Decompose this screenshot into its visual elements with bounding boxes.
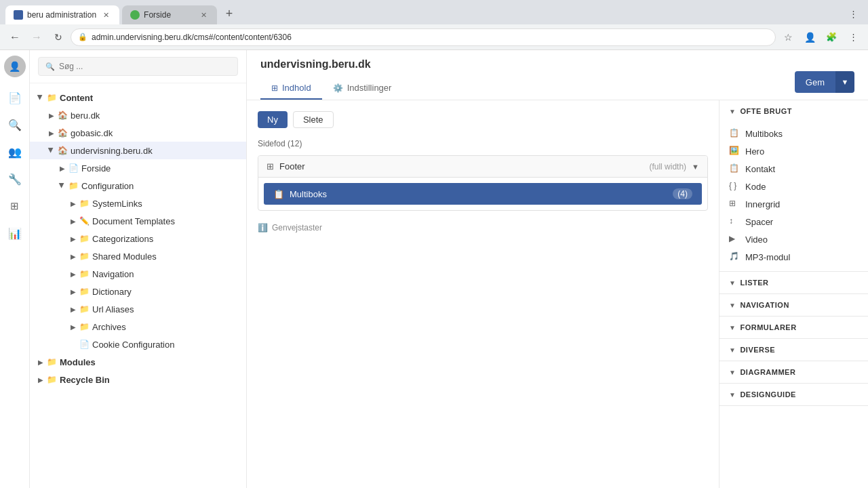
panel-item-kontakt[interactable]: 📋 Kontakt [719, 160, 868, 178]
page-title: undervisning.beru.dk [260, 58, 402, 70]
image-icon-hero: 🖼️ [729, 146, 740, 157]
sidefod-label: Sidefod (12) [258, 139, 708, 148]
tab-content-label: Indhold [282, 83, 311, 93]
footer-header[interactable]: ⊞ Footer (full width) ▼ [258, 156, 707, 178]
tabs: ⊞ Indhold ⚙️ Indstillinger [260, 77, 402, 100]
page-header-right: Gem ▼ [795, 71, 854, 93]
extensions-icon[interactable]: 🧩 [822, 28, 841, 47]
sidebar-nav-content[interactable]: 📄 [3, 85, 27, 110]
sidebar-nav-users[interactable]: 👥 [3, 140, 27, 164]
gem-button[interactable]: Gem [795, 71, 835, 93]
chevron-cookieconfig-spacer [68, 339, 79, 350]
panel-label-diverse: DIVERSE [740, 346, 775, 354]
panel-item-innergrid[interactable]: ⊞ Innergrid [719, 195, 868, 213]
forward-btn[interactable]: → [27, 28, 46, 47]
panel-item-kode[interactable]: { } Kode [719, 178, 868, 195]
avatar[interactable]: 👤 [4, 56, 26, 77]
panel-section-header-ofte-brugt[interactable]: ▼ OFTE BRUGT [719, 100, 868, 122]
folder-icon-urlaliases: 📁 [79, 304, 90, 314]
sidebar-nav-tools[interactable]: 🔧 [3, 167, 27, 191]
chrome-menu-icon[interactable]: ⋮ [844, 4, 863, 23]
panel-item-video[interactable]: ▶ Video [719, 230, 868, 248]
doc-icon-kontakt: 📋 [729, 163, 740, 174]
footer-chevron-icon: ▼ [692, 163, 699, 171]
tree-item-recycle[interactable]: ▶ 📁 Recycle Bin [30, 371, 246, 388]
panel-section-header-lister[interactable]: ▼ LISTER [719, 272, 868, 293]
multiboks-block[interactable]: 📋 Multiboks (4) [264, 183, 702, 205]
tree-item-content[interactable]: ▶ 📁 Content [30, 89, 246, 106]
slet-button[interactable]: Slete [293, 111, 334, 128]
gem-dropdown-btn[interactable]: ▼ [835, 71, 854, 93]
folder-icon-configuration: 📁 [68, 180, 79, 191]
chevron-beru: ▶ [46, 110, 57, 121]
panel-item-multiboks[interactable]: 📋 Multiboks [719, 125, 868, 142]
url-bar[interactable]: 🔒 admin.undervisning.beru.dk/cms#/conten… [71, 28, 776, 46]
bookmark-icon[interactable]: ☆ [778, 28, 797, 47]
tree-item-gobasic[interactable]: ▶ 🏠 gobasic.dk [30, 124, 246, 142]
refresh-btn[interactable]: ↻ [49, 28, 68, 47]
sidebar-nav-analytics[interactable]: 📊 [3, 221, 27, 245]
chevron-diagrammer-icon: ▼ [729, 369, 736, 376]
panel-section-header-designguide[interactable]: ▼ DESIGNGUIDE [719, 384, 868, 405]
tab-settings[interactable]: ⚙️ Indstillinger [322, 77, 403, 100]
genvejstaster-label: Genvejstaster [272, 223, 322, 232]
search-bar[interactable]: 🔍 [38, 57, 238, 76]
tab-close-2[interactable]: ✕ [198, 9, 209, 20]
sidebar-nav-search[interactable]: 🔍 [3, 113, 27, 137]
panel-section-header-navigation[interactable]: ▼ NAVIGATION [719, 294, 868, 316]
tree-item-urlaliases[interactable]: ▶ 📁 Url Aliases [30, 300, 246, 318]
tree-item-navigation[interactable]: ▶ 📁 Navigation [30, 265, 246, 283]
tree-item-forside[interactable]: ▶ 📄 Forside [30, 159, 246, 177]
tab-close-1[interactable]: ✕ [100, 9, 111, 20]
tab-content-icon: ⊞ [271, 83, 278, 93]
tree-item-undervisning[interactable]: ▶ 🏠 undervisning.beru.dk [30, 142, 246, 159]
folder-icon-categorizations: 📁 [79, 233, 90, 244]
tree-item-sharedmodules[interactable]: ▶ 📁 Shared Modules [30, 247, 246, 265]
chevron-categorizations: ▶ [68, 233, 79, 244]
tab-label-1: beru administration [27, 10, 96, 20]
panel-item-label-video: Video [745, 235, 768, 245]
multiboks-icon: 📋 [273, 189, 284, 199]
panel-item-hero[interactable]: 🖼️ Hero [719, 142, 868, 160]
tab-forside[interactable]: Forside ✕ [122, 5, 217, 24]
folder-icon-modules: 📁 [46, 357, 57, 367]
panel-item-spacer[interactable]: ↕ Spacer [719, 213, 868, 230]
tab-content[interactable]: ⊞ Indhold [260, 77, 322, 100]
footer-block: ⊞ Footer (full width) ▼ 📋 Multiboks (4) [258, 155, 708, 211]
genvejstaster-row[interactable]: ℹ️ Genvejstaster [258, 216, 708, 239]
tree-label-sharedmodules: Shared Modules [92, 251, 157, 262]
panel-label-diagrammer: DIAGRAMMER [740, 368, 795, 376]
tab-beru-admin[interactable]: beru administration ✕ [5, 5, 119, 24]
tree-item-archives[interactable]: ▶ 📁 Archives [30, 318, 246, 336]
tree-item-configuration[interactable]: ▶ 📁 Configuration [30, 177, 246, 195]
chevron-diverse-icon: ▼ [729, 346, 736, 354]
search-input[interactable] [59, 62, 231, 71]
panel-item-label-mp3modul: MP3-modul [745, 252, 790, 262]
tree-item-doctemplates[interactable]: ▶ ✏️ Document Templates [30, 212, 246, 230]
chevron-forside: ▶ [57, 163, 68, 174]
tree-label-configuration: Configuration [81, 181, 134, 191]
tree-item-modules[interactable]: ▶ 📁 Modules [30, 353, 246, 371]
profile-icon[interactable]: 👤 [800, 28, 819, 47]
search-container: 🔍 [30, 50, 246, 83]
back-btn[interactable]: ← [5, 28, 24, 47]
right-panel: ▼ OFTE BRUGT 📋 Multiboks 🖼️ Hero [719, 100, 868, 488]
sidebar-nav-forms[interactable]: ⊞ [3, 194, 27, 218]
tree-item-categorizations[interactable]: ▶ 📁 Categorizations [30, 230, 246, 247]
panel-section-header-diagrammer[interactable]: ▼ DIAGRAMMER [719, 361, 868, 383]
panel-section-header-diverse[interactable]: ▼ DIVERSE [719, 339, 868, 361]
ny-button[interactable]: Ny [258, 111, 288, 128]
tree-item-cookieconfig[interactable]: 📄 Cookie Configuration [30, 336, 246, 353]
action-buttons: Ny Slete [258, 111, 708, 128]
footer-title: Footer [279, 161, 305, 171]
tab-favicon-2 [130, 10, 140, 20]
panel-section-header-formularer[interactable]: ▼ FORMULARER [719, 317, 868, 338]
chrome-dots-icon[interactable]: ⋮ [844, 28, 863, 47]
tree-item-systemlinks[interactable]: ▶ 📁 SystemLinks [30, 195, 246, 212]
new-tab-btn[interactable]: + [220, 4, 239, 23]
tree-item-dictionary[interactable]: ▶ 📁 Dictionary [30, 283, 246, 300]
lock-icon: 🔒 [78, 33, 87, 41]
tree-item-beru[interactable]: ▶ 🏠 beru.dk [30, 106, 246, 124]
panel-item-label-kode: Kode [745, 182, 766, 192]
panel-item-mp3modul[interactable]: 🎵 MP3-modul [719, 248, 868, 266]
